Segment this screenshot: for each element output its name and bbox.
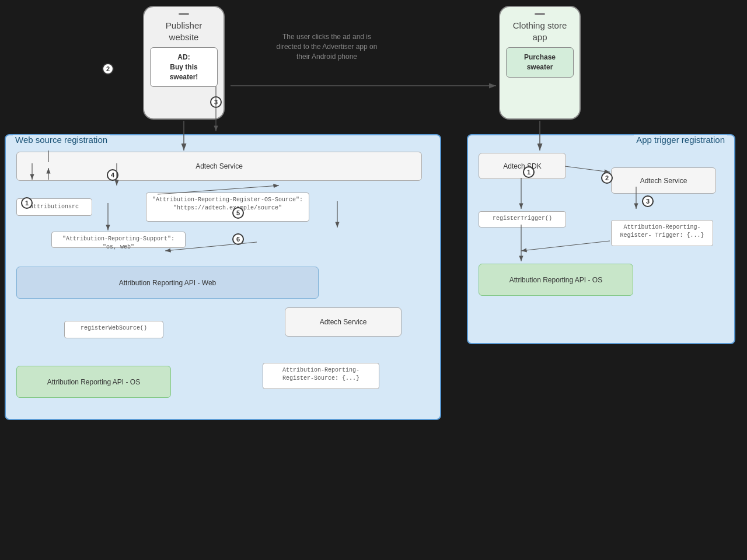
circle-num-5-web: 5	[232, 207, 244, 219]
clothing-phone-title: Clothing store app	[506, 20, 574, 43]
circle-num-1-web: 1	[21, 197, 33, 209]
app-adtech-service-box: Adtech Service	[611, 167, 716, 194]
clothing-phone-notch	[535, 13, 545, 15]
web-adtech-service-bottom: Adtech Service	[285, 307, 402, 337]
circle-num-3-web: 3	[210, 96, 222, 108]
app-adtech-service-label: Adtech Service	[612, 177, 715, 185]
app-adtech-sdk-label: Adtech SDK	[479, 162, 566, 170]
purchase-sweater-box: Purchase sweater	[506, 47, 574, 78]
app-trigger-registration-box: App trigger registration Adtech SDK regi…	[467, 134, 735, 344]
web-source-registration-box: Web source registration Adtech Service a…	[5, 134, 441, 420]
circle-num-2-web: 2	[102, 63, 114, 75]
web-api-web-box: Attribution Reporting API - Web	[16, 267, 319, 299]
circle-num-1-app: 1	[523, 166, 535, 178]
app-api-os-box: Attribution Reporting API - OS	[479, 264, 633, 296]
publisher-ad-box: AD: Buy this sweater!	[150, 47, 218, 87]
register-source-code-box: Attribution-Reporting- Register-Source: …	[263, 363, 379, 389]
app-box-title: App trigger registration	[634, 135, 727, 145]
web-adtech-service-top: Adtech Service	[16, 152, 422, 181]
purchase-sweater-text: Purchase sweater	[524, 53, 556, 71]
circle-num-6-web: 6	[232, 233, 244, 245]
register-web-source-box: registerWebSource()	[64, 321, 163, 338]
ad-label: AD:	[177, 53, 190, 61]
web-api-os-label: Attribution Reporting API - OS	[17, 378, 170, 386]
support-header-box: "Attribution-Reporting-Support": "os, we…	[51, 232, 186, 248]
register-trigger-code-box: Attribution-Reporting-Register- Trigger:…	[611, 220, 713, 246]
register-trigger-box: registerTrigger()	[479, 211, 566, 228]
arrow-description: The user clicks the ad and is directed t…	[274, 32, 379, 61]
phone-notch	[179, 13, 189, 15]
web-adtech-service-top-label: Adtech Service	[17, 162, 421, 170]
web-adtech-service-bottom-label: Adtech Service	[285, 318, 401, 326]
circle-num-2-app: 2	[601, 172, 613, 184]
circle-num-3-app: 3	[642, 195, 654, 207]
clothing-phone: Clothing store app Purchase sweater	[499, 6, 581, 120]
publisher-phone-title: Publisher website	[150, 20, 218, 43]
header-code-box: "Attribution-Reporting-Register-OS-Sourc…	[146, 192, 309, 222]
web-box-title: Web source registration	[13, 135, 110, 145]
diagram-area: Publisher website AD: Buy this sweater! …	[0, 0, 747, 560]
app-adtech-sdk-box: Adtech SDK	[479, 153, 566, 179]
web-api-os-box: Attribution Reporting API - OS	[16, 366, 171, 398]
circle-num-4-web: 4	[107, 169, 118, 181]
ad-text: Buy this sweater!	[170, 63, 198, 81]
app-api-os-label: Attribution Reporting API - OS	[479, 276, 633, 284]
web-api-web-label: Attribution Reporting API - Web	[17, 279, 318, 287]
